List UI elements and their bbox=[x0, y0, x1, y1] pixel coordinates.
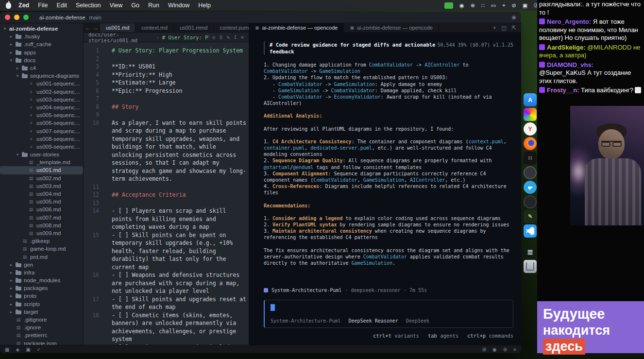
mute-icon[interactable]: ⊘ bbox=[511, 0, 516, 11]
chat-username[interactable]: Frosty__n: bbox=[547, 86, 581, 94]
display-icon[interactable]: ▭ bbox=[491, 0, 496, 11]
menu-file[interactable]: File bbox=[34, 2, 52, 9]
git-branch-icon[interactable]: ◈ bbox=[16, 347, 19, 352]
tree-item-us003.md[interactable]: ▤us003.md bbox=[0, 182, 83, 190]
editor-line[interactable]: 10As a player, I want to earn skill poin… bbox=[84, 119, 249, 183]
collab-icon[interactable]: ◉ bbox=[511, 14, 516, 20]
tree-item-us001-sequence.puml[interactable]: ≡us001-sequence.puml bbox=[0, 80, 83, 87]
menu-zed[interactable]: Zed bbox=[14, 2, 34, 9]
menu-edit[interactable]: Edit bbox=[52, 2, 71, 9]
panel-toggle-icon[interactable]: ▦ bbox=[5, 347, 9, 352]
split-icon[interactable]: ⊞ bbox=[482, 347, 486, 352]
zoom-pane-button[interactable]: ⇱ bbox=[512, 25, 516, 31]
menu-view[interactable]: View bbox=[105, 2, 127, 9]
tree-item-us002.md[interactable]: ▤us002.md bbox=[0, 174, 83, 182]
breadcrumb-path[interactable]: docs/user-stories/us001.md bbox=[88, 32, 153, 43]
editor-line[interactable]: 1# User Story: Player Progression System bbox=[84, 47, 249, 55]
tree-item-.husky[interactable]: ▸.husky bbox=[0, 33, 83, 40]
editor-line[interactable]: 5**Estimate:** Large bbox=[84, 79, 249, 87]
apple-menu-icon[interactable] bbox=[6, 2, 11, 9]
launchpad-icon[interactable] bbox=[524, 108, 537, 121]
screen-record-icon[interactable]: ◉ bbox=[459, 0, 464, 11]
eye-icon[interactable]: ◎ bbox=[212, 34, 215, 40]
editor-line[interactable]: 11 bbox=[84, 183, 249, 191]
tree-item-.gitignore[interactable]: ▤.gitignore bbox=[0, 316, 83, 324]
tree-item-us008-sequence.puml[interactable]: ≡us008-sequence.puml bbox=[0, 135, 83, 143]
search-icon[interactable]: Q bbox=[220, 34, 222, 40]
editor-line[interactable]: 3**ID:** US001 bbox=[84, 63, 249, 71]
menu-go[interactable]: Go bbox=[127, 2, 144, 9]
tree-item-.ruff_cache[interactable]: ▸.ruff_cache bbox=[0, 40, 83, 48]
editor-line[interactable]: 8## Story bbox=[84, 103, 249, 111]
tree-item-us001.md[interactable]: ▤us001.md bbox=[0, 166, 83, 174]
tree-item-us006.md[interactable]: ▤us006.md bbox=[0, 205, 83, 213]
tree-item-us005-sequence.puml[interactable]: ≡us005-sequence.puml bbox=[0, 111, 83, 119]
tree-item-package.json[interactable]: ▤package.json bbox=[0, 340, 83, 345]
vscode-icon[interactable] bbox=[524, 224, 537, 238]
stacks-icon[interactable]: ≣ bbox=[524, 245, 537, 258]
editor-line[interactable]: 2 bbox=[84, 55, 249, 63]
editor-line[interactable]: 13 bbox=[84, 199, 249, 207]
project-menu-button[interactable]: ai-zombie-defense bbox=[39, 15, 85, 20]
tree-item-us002-sequence.puml[interactable]: ≡us002-sequence.puml bbox=[0, 88, 83, 96]
editor-line[interactable]: 9 bbox=[84, 111, 249, 119]
tree-item-gen[interactable]: ▸gen bbox=[0, 261, 83, 269]
tree-item-us009.md[interactable]: ▤us009.md bbox=[0, 229, 83, 237]
chat-username[interactable]: Nero_Argento: bbox=[547, 18, 593, 25]
cursor-icon[interactable]: I bbox=[234, 34, 237, 40]
editor-line[interactable]: 18- [ ] Cosmetic items (skins, emotes, b… bbox=[84, 311, 249, 343]
utility-app-icon[interactable]: ∷ bbox=[524, 152, 537, 165]
editor-line[interactable]: 6**Epic:** Progression bbox=[84, 87, 249, 95]
tree-item-user-stories[interactable]: ▾user-stories bbox=[0, 151, 83, 158]
close-window-button[interactable] bbox=[5, 15, 10, 20]
dots-grid-icon[interactable]: ∷ bbox=[481, 0, 485, 11]
menu-icon[interactable]: ≡ bbox=[513, 347, 516, 352]
editor-line[interactable]: 15- [ ] Skill points can be spent on tem… bbox=[84, 231, 249, 272]
tree-item-us005.md[interactable]: ▤us005.md bbox=[0, 198, 83, 205]
nav-back-button[interactable]: ← bbox=[84, 23, 92, 32]
app-store-icon[interactable]: A bbox=[524, 93, 537, 106]
nav-forward-button[interactable]: → bbox=[92, 23, 100, 32]
mouse-icon[interactable]: ⌖ bbox=[502, 0, 505, 11]
branch-menu-button[interactable]: main bbox=[89, 15, 102, 20]
split-pane-button[interactable]: ◫ bbox=[501, 25, 506, 31]
menu-help[interactable]: Help bbox=[194, 2, 215, 9]
tree-item-us006-sequence.puml[interactable]: ≡us006-sequence.puml bbox=[0, 119, 83, 127]
editor-line[interactable]: 17- [ ] Skill points and upgrades reset … bbox=[84, 295, 249, 311]
recorder-app-icon[interactable] bbox=[524, 166, 537, 179]
menu-window[interactable]: Window bbox=[164, 2, 194, 9]
globe-icon[interactable]: ⊕ bbox=[471, 0, 475, 11]
tree-item-.ignore[interactable]: ▤.ignore bbox=[0, 324, 83, 331]
tab-ai-zombie-defense-—-opencode[interactable]: ▣ai-zombie-defense — opencode bbox=[249, 23, 344, 32]
prompt-input[interactable]: System-Architecture-Puml DeepSeek Reason… bbox=[264, 300, 513, 328]
tree-item-packages[interactable]: ▸packages bbox=[0, 284, 83, 292]
percent-icon[interactable]: % bbox=[227, 34, 230, 40]
agent-selector[interactable]: System-Architecture-Puml bbox=[271, 318, 341, 324]
breadcrumb-symbol[interactable]: # User Story: Playe bbox=[162, 34, 210, 40]
input-source-icon[interactable] bbox=[444, 2, 453, 9]
tree-item-us003-sequence.puml[interactable]: ≡us003-sequence.puml bbox=[0, 96, 83, 103]
tab-ai-zombie-defense-—-opencode[interactable]: ▣ai-zombie-defense — opencode bbox=[344, 23, 439, 32]
tab-context.md[interactable]: context.md bbox=[136, 23, 174, 32]
tree-item-infra[interactable]: ▸infra bbox=[0, 269, 83, 276]
tree-item-target[interactable]: ▸target bbox=[0, 308, 83, 316]
tree-item-c4[interactable]: ▸c4 bbox=[0, 64, 83, 72]
menu-icon[interactable]: ≡ bbox=[241, 34, 244, 40]
editor-line[interactable]: 16- [ ] Weapons and defensive structures… bbox=[84, 271, 249, 295]
diagnostics-icon[interactable]: ✓ bbox=[37, 347, 41, 352]
telegram-icon[interactable] bbox=[524, 181, 537, 194]
markdown-editor[interactable]: 1# User Story: Player Progression System… bbox=[84, 42, 249, 345]
menu-run[interactable]: Run bbox=[144, 2, 164, 9]
trash-icon[interactable] bbox=[524, 260, 537, 273]
chat-username[interactable]: AardSkelige: bbox=[547, 44, 587, 51]
tree-item-docs[interactable]: ▾docs bbox=[0, 56, 83, 64]
tree-item-ai-zombie-defense[interactable]: ▾ai-zombie-defense bbox=[0, 25, 83, 33]
editor-line[interactable]: 14- [ ] Players earn scrap and skill poi… bbox=[84, 207, 249, 231]
editor-line[interactable]: 12## Acceptance Criteria bbox=[84, 191, 249, 199]
camera-icon[interactable]: ▣ bbox=[523, 0, 527, 11]
minimize-window-button[interactable] bbox=[14, 15, 19, 20]
tree-item-us007-sequence.puml[interactable]: ≡us007-sequence.puml bbox=[0, 127, 83, 135]
copilot-icon[interactable]: ⊛ bbox=[503, 347, 507, 352]
editor-line[interactable]: 7 bbox=[84, 95, 249, 103]
model-selector[interactable]: DeepSeek Reasoner bbox=[349, 318, 398, 324]
